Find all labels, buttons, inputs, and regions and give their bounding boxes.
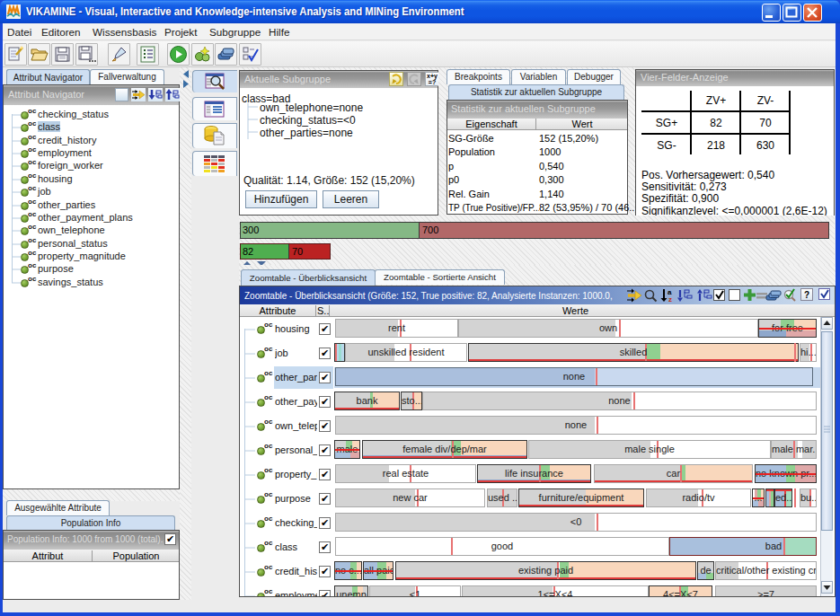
svg-text:z: z — [668, 295, 672, 303]
